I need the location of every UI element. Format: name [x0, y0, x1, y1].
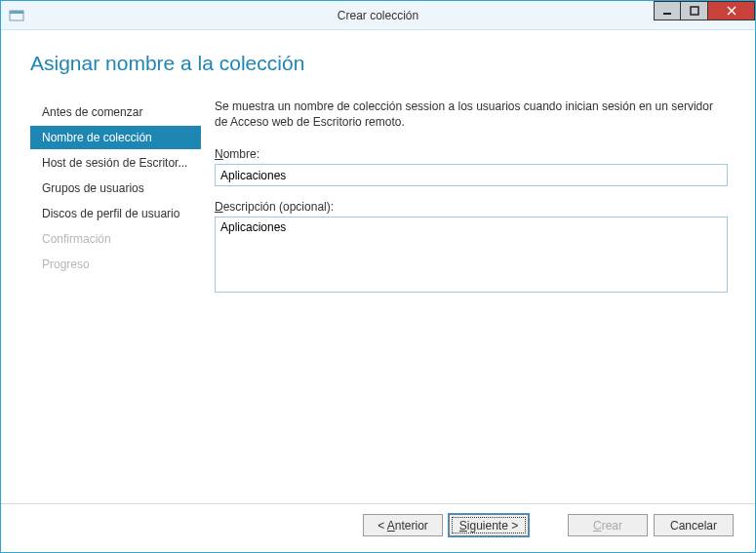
page-title: Asignar nombre a la colección	[30, 52, 728, 75]
form-panel: Se muestra un nombre de colección sessio…	[201, 97, 728, 503]
maximize-button[interactable]	[681, 1, 708, 20]
step-session-host[interactable]: Host de sesión de Escritor...	[30, 151, 201, 175]
step-user-groups[interactable]: Grupos de usuarios	[30, 177, 201, 200]
step-collection-name[interactable]: Nombre de colección	[30, 126, 201, 149]
window-controls	[654, 1, 755, 29]
svg-rect-1	[10, 11, 23, 14]
content-area: Asignar nombre a la colección Antes de c…	[1, 30, 755, 552]
svg-rect-3	[691, 7, 698, 15]
description-input[interactable]: Aplicaciones	[215, 217, 728, 293]
minimize-icon	[662, 6, 672, 16]
name-field-block: Nombre:	[215, 147, 728, 186]
wizard-body: Antes de comenzar Nombre de colección Ho…	[1, 85, 755, 503]
wizard-header: Asignar nombre a la colección	[1, 30, 755, 85]
previous-button[interactable]: < Anterior	[363, 514, 443, 536]
app-icon	[9, 8, 24, 23]
button-spacer	[535, 514, 562, 536]
steps-sidebar: Antes de comenzar Nombre de colección Ho…	[30, 97, 201, 503]
close-button[interactable]	[708, 1, 755, 20]
description-field-block: Descripción (opcional): Aplicaciones	[215, 200, 728, 296]
close-icon	[727, 6, 736, 16]
step-profile-disks[interactable]: Discos de perfil de usuario	[30, 202, 201, 225]
name-label: Nombre:	[215, 147, 728, 161]
cancel-button[interactable]: Cancelar	[654, 514, 734, 536]
maximize-icon	[690, 6, 699, 16]
step-confirmation: Confirmación	[30, 227, 201, 251]
step-progress: Progreso	[30, 253, 201, 276]
wizard-footer: < Anterior Siguiente > Crear Cancelar	[1, 503, 755, 552]
wizard-window: Crear colección Asignar nombre a la cole…	[0, 0, 756, 553]
minimize-button[interactable]	[654, 1, 681, 20]
svg-rect-2	[663, 13, 671, 15]
intro-text: Se muestra un nombre de colección sessio…	[215, 99, 728, 130]
create-button: Crear	[568, 514, 648, 536]
window-title: Crear colección	[1, 9, 755, 22]
step-before-start[interactable]: Antes de comenzar	[30, 100, 201, 124]
name-input[interactable]	[215, 164, 728, 186]
titlebar: Crear colección	[1, 1, 755, 30]
description-label: Descripción (opcional):	[215, 200, 728, 214]
next-button[interactable]: Siguiente >	[449, 514, 529, 536]
